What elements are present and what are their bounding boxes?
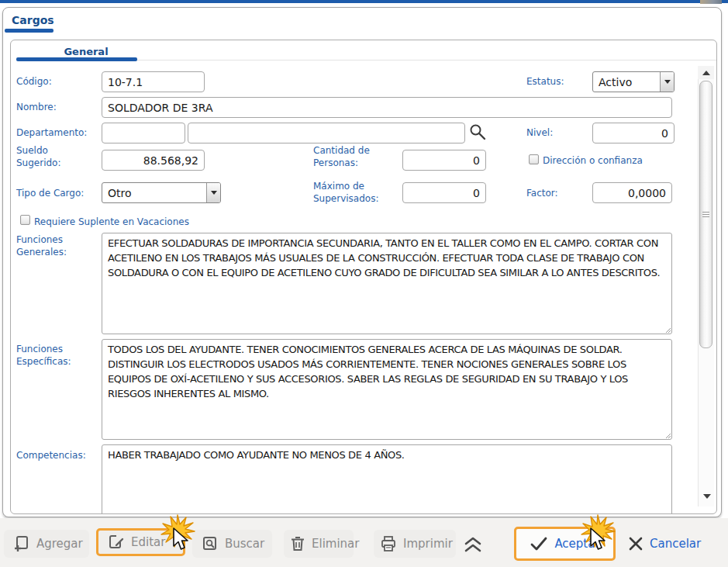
tab-general[interactable]: General <box>43 46 129 57</box>
editar-button[interactable]: Editar <box>96 528 185 556</box>
printer-icon <box>380 535 397 552</box>
funciones-generales-textarea[interactable]: EFECTUAR SOLDADURAS DE IMPORTANCIA SECUN… <box>102 233 672 334</box>
scrollbar-grip-icon <box>702 212 709 219</box>
estatus-value: Activo <box>593 72 660 92</box>
departamento-name-input[interactable] <box>188 123 465 143</box>
codigo-label: Código: <box>16 75 52 88</box>
triangle-up-icon <box>702 71 710 75</box>
chevron-down-icon[interactable] <box>660 72 674 92</box>
trash-icon <box>290 535 305 552</box>
tipo-select[interactable]: Otro <box>102 182 221 203</box>
background-fragment <box>700 0 722 4</box>
codigo-input[interactable]: 10-7.1 <box>102 71 205 92</box>
competencias-textarea[interactable]: HABER TRABAJADO COMO AYUDANTE NO MENOS D… <box>102 444 672 514</box>
funciones-especificas-label: Funciones Específicas: <box>16 343 88 368</box>
resize-grip-icon[interactable] <box>664 432 671 439</box>
x-icon <box>628 536 643 551</box>
scrollbar-thumb[interactable] <box>699 81 712 348</box>
tab-cargos[interactable]: Cargos <box>12 14 54 26</box>
chevron-down-icon[interactable] <box>206 183 220 202</box>
aceptar-label: Aceptar <box>554 537 599 551</box>
nivel-input[interactable]: 0 <box>592 123 675 143</box>
buscar-button[interactable]: Buscar <box>192 530 272 558</box>
aceptar-button[interactable]: Aceptar <box>514 527 616 561</box>
nombre-input[interactable]: SOLDADOR DE 3RA <box>102 97 672 118</box>
scroll-up-button[interactable] <box>698 66 714 79</box>
funciones-especificas-textarea[interactable]: TODOS LOS DEL AYUDANTE. TENER CONOCIMIEN… <box>102 339 672 440</box>
maximo-input[interactable]: 0 <box>402 182 486 203</box>
edit-icon <box>108 534 125 551</box>
requiere-checkbox[interactable] <box>20 215 30 225</box>
estatus-select[interactable]: Activo <box>592 71 675 92</box>
direccion-label: Dirección o confianza <box>543 154 643 167</box>
maximo-label: Máximo de Supervisados: <box>313 180 395 205</box>
competencias-label: Competencias: <box>16 449 86 462</box>
direccion-checkbox[interactable] <box>529 154 539 164</box>
imprimir-button[interactable]: Imprimir <box>374 530 456 558</box>
top-accent-line <box>0 0 728 3</box>
sueldo-input[interactable]: 88.568,92 <box>102 150 205 171</box>
tipo-label: Tipo de Cargo: <box>16 187 84 199</box>
funciones-generales-label: Funciones Generales: <box>16 233 82 258</box>
nivel-label: Nivel: <box>526 126 553 139</box>
nombre-label: Nombre: <box>16 101 57 113</box>
imprimir-label: Imprimir <box>403 537 453 551</box>
departamento-label: Departamento: <box>16 126 87 139</box>
cantidad-label: Cantidad de Personas: <box>313 144 387 169</box>
tipo-value: Otro <box>102 183 206 202</box>
tabstrip-divider <box>137 60 716 61</box>
factor-label: Factor: <box>526 187 558 199</box>
cargos-window: Cargos General Código: 10-7.1 Estatus: A… <box>2 7 722 517</box>
cantidad-input[interactable]: 0 <box>402 150 486 171</box>
cancelar-label: Cancelar <box>650 537 701 551</box>
departamento-code-input[interactable] <box>102 123 185 143</box>
search-icon[interactable] <box>468 123 487 141</box>
check-icon <box>530 536 548 551</box>
buscar-label: Buscar <box>225 537 264 551</box>
scroll-down-button[interactable] <box>703 494 711 499</box>
tab-cargos-underline <box>5 29 53 33</box>
factor-input[interactable]: 0,0000 <box>592 182 672 203</box>
tab-general-underline <box>16 57 137 61</box>
cancelar-button[interactable]: Cancelar <box>625 530 702 558</box>
eliminar-label: Eliminar <box>312 537 359 551</box>
sueldo-label: Sueldo Sugerido: <box>16 144 74 169</box>
requiere-label: Requiere Suplente en Vacaciones <box>34 216 189 228</box>
action-toolbar: Agregar Editar Buscar Eliminar <box>0 518 728 567</box>
agregar-label: Agregar <box>36 537 83 551</box>
double-chevron-up-icon <box>461 535 485 554</box>
eliminar-button[interactable]: Eliminar <box>284 530 354 558</box>
resize-grip-icon[interactable] <box>664 327 671 334</box>
estatus-label: Estatus: <box>526 75 564 88</box>
add-record-icon <box>13 535 30 552</box>
general-panel: General Código: 10-7.1 Estatus: Activo N… <box>10 40 717 514</box>
agregar-button[interactable]: Agregar <box>4 530 89 558</box>
collapse-toolbar-button[interactable] <box>459 533 487 556</box>
editar-label: Editar <box>131 535 165 549</box>
search-record-icon <box>202 535 219 552</box>
